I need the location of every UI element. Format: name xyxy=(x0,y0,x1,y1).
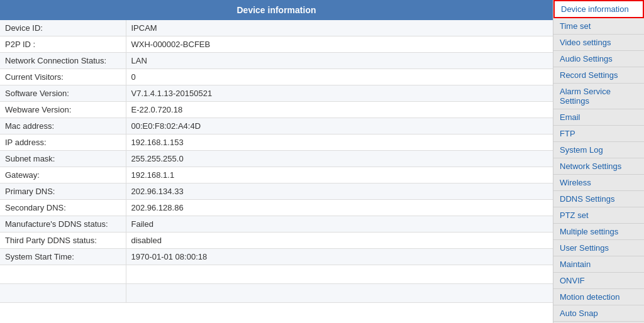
row-value: E-22.0.720.18 xyxy=(126,102,553,118)
sidebar: Device informationTime setVideo settings… xyxy=(553,0,644,323)
row-label: System Start Time: xyxy=(0,249,126,265)
row-label: Secondary DNS: xyxy=(0,200,126,216)
row-label: Current Visitors: xyxy=(0,69,126,85)
row-label: Third Party DDNS status: xyxy=(0,233,126,249)
row-value: 192.168.1.1 xyxy=(126,167,553,183)
main-content: Device information Device ID:IPCAMP2P ID… xyxy=(0,0,553,323)
row-label: P2P ID : xyxy=(0,36,126,53)
sidebar-item-device-information[interactable]: Device information xyxy=(553,0,644,18)
table-row: Gateway:192.168.1.1 xyxy=(0,167,553,183)
row-label: Primary DNS: xyxy=(0,183,126,200)
row-value: 00:E0:F8:02:A4:4D xyxy=(126,118,553,134)
empty-row xyxy=(0,265,553,284)
row-label: Gateway: xyxy=(0,167,126,183)
table-row: Current Visitors:0 xyxy=(0,69,553,85)
row-value: disabled xyxy=(126,233,553,249)
sidebar-item-auto-snap[interactable]: Auto Snap xyxy=(553,305,644,322)
row-label: Webware Version: xyxy=(0,102,126,118)
empty-row xyxy=(0,284,553,303)
row-value: IPCAM xyxy=(126,20,553,36)
device-info-table: Device ID:IPCAMP2P ID :WXH-000002-BCFEBN… xyxy=(0,20,553,303)
sidebar-item-video-settings[interactable]: Video settings xyxy=(553,35,644,51)
row-value: 202.96.134.33 xyxy=(126,183,553,200)
row-value: 0 xyxy=(126,69,553,85)
sidebar-item-system-log[interactable]: System Log xyxy=(553,142,644,158)
row-value: 1970-01-01 08:00:18 xyxy=(126,249,553,265)
row-label: Subnet mask: xyxy=(0,151,126,167)
sidebar-item-ddns-settings[interactable]: DDNS Settings xyxy=(553,191,644,207)
row-label: Network Connection Status: xyxy=(0,53,126,69)
row-label: Manufacture's DDNS status: xyxy=(0,216,126,233)
sidebar-item-maintain[interactable]: Maintain xyxy=(553,256,644,273)
row-label: Mac address: xyxy=(0,118,126,134)
sidebar-item-audio-settings[interactable]: Audio Settings xyxy=(553,51,644,67)
row-value: V7.1.4.1.13-20150521 xyxy=(126,85,553,102)
row-label: IP address: xyxy=(0,134,126,151)
table-row: Webware Version:E-22.0.720.18 xyxy=(0,102,553,118)
row-label: Software Version: xyxy=(0,85,126,102)
row-value: 202.96.128.86 xyxy=(126,200,553,216)
sidebar-item-multiple-settings[interactable]: Multiple settings xyxy=(553,224,644,240)
table-row: Third Party DDNS status:disabled xyxy=(0,233,553,249)
sidebar-item-time-set[interactable]: Time set xyxy=(553,18,644,35)
table-row: Primary DNS:202.96.134.33 xyxy=(0,183,553,200)
page-title: Device information xyxy=(0,0,553,20)
sidebar-item-user-settings[interactable]: User Settings xyxy=(553,240,644,256)
sidebar-item-ftp[interactable]: FTP xyxy=(553,126,644,142)
table-row: P2P ID :WXH-000002-BCFEB xyxy=(0,36,553,53)
table-row: IP address:192.168.1.153 xyxy=(0,134,553,151)
row-value: 255.255.255.0 xyxy=(126,151,553,167)
sidebar-item-network-settings[interactable]: Network Settings xyxy=(553,158,644,175)
row-value: LAN xyxy=(126,53,553,69)
table-row: Mac address:00:E0:F8:02:A4:4D xyxy=(0,118,553,134)
sidebar-item-wireless[interactable]: Wireless xyxy=(553,175,644,191)
table-row: System Start Time:1970-01-01 08:00:18 xyxy=(0,249,553,265)
row-label: Device ID: xyxy=(0,20,126,36)
table-row: Secondary DNS:202.96.128.86 xyxy=(0,200,553,216)
sidebar-item-record-settings[interactable]: Record Settings xyxy=(553,67,644,84)
sidebar-item-onvif[interactable]: ONVIF xyxy=(553,273,644,289)
sidebar-item-alarm-service-settings[interactable]: Alarm Service Settings xyxy=(553,84,644,109)
sidebar-item-motion-detection[interactable]: Motion detection xyxy=(553,289,644,305)
sidebar-item-email[interactable]: Email xyxy=(553,109,644,126)
row-value: Failed xyxy=(126,216,553,233)
table-row: Manufacture's DDNS status:Failed xyxy=(0,216,553,233)
row-value: 192.168.1.153 xyxy=(126,134,553,151)
table-row: Subnet mask:255.255.255.0 xyxy=(0,151,553,167)
table-row: Device ID:IPCAM xyxy=(0,20,553,36)
table-row: Software Version:V7.1.4.1.13-20150521 xyxy=(0,85,553,102)
sidebar-item-ptz-set[interactable]: PTZ set xyxy=(553,207,644,224)
row-value: WXH-000002-BCFEB xyxy=(126,36,553,53)
table-row: Network Connection Status:LAN xyxy=(0,53,553,69)
